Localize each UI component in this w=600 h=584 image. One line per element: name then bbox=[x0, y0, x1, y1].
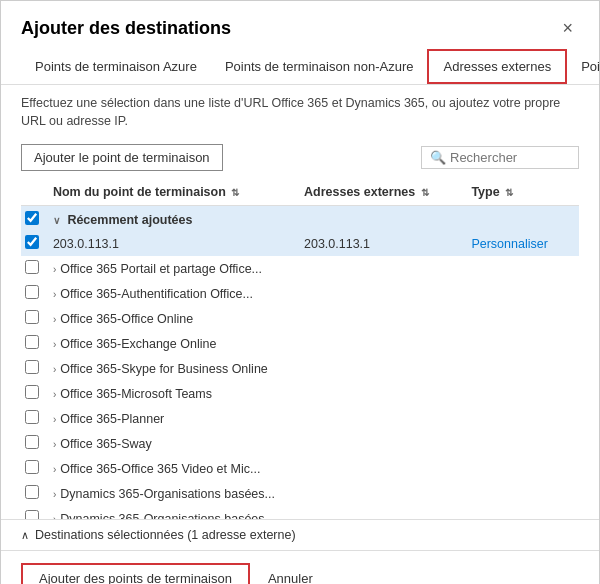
row-addr bbox=[300, 506, 467, 519]
row-check-cell bbox=[21, 331, 49, 356]
chevron-up-icon: ∧ bbox=[21, 529, 29, 542]
row-check-cell bbox=[21, 406, 49, 431]
row-type bbox=[467, 481, 579, 506]
row-checkbox[interactable] bbox=[25, 510, 39, 519]
chevron-right-icon: › bbox=[53, 289, 56, 300]
row-name: 203.0.113.1 bbox=[49, 231, 300, 256]
table-row: ›Office 365-Microsoft Teams bbox=[21, 381, 579, 406]
action-row: Ajouter des points de terminaison Annule… bbox=[1, 550, 599, 584]
row-addr bbox=[300, 381, 467, 406]
table-row: ›Office 365-Sway bbox=[21, 431, 579, 456]
tabs-row: Points de terminaison Azure Points de te… bbox=[1, 49, 599, 85]
close-button[interactable]: × bbox=[556, 17, 579, 39]
row-name: ›Office 365-Office 365 Video et Mic... bbox=[49, 456, 300, 481]
row-check-cell bbox=[21, 481, 49, 506]
row-checkbox[interactable] bbox=[25, 260, 39, 274]
table-row: ›Office 365-Skype for Business Online bbox=[21, 356, 579, 381]
row-type bbox=[467, 381, 579, 406]
col-check-header bbox=[21, 179, 49, 206]
row-type bbox=[467, 431, 579, 456]
add-points-button[interactable]: Ajouter des points de terminaison bbox=[21, 563, 250, 584]
row-checkbox[interactable] bbox=[25, 310, 39, 324]
row-check-cell bbox=[21, 506, 49, 519]
row-checkbox[interactable] bbox=[25, 460, 39, 474]
chevron-right-icon: › bbox=[53, 489, 56, 500]
row-type bbox=[467, 331, 579, 356]
row-addr bbox=[300, 481, 467, 506]
row-name: ›Dynamics 365-Organisations basées... bbox=[49, 506, 300, 519]
chevron-right-icon: › bbox=[53, 439, 56, 450]
table-row: ›Office 365-Exchange Online bbox=[21, 331, 579, 356]
row-check-cell bbox=[21, 281, 49, 306]
row-check-cell bbox=[21, 256, 49, 281]
group-check-cell bbox=[21, 206, 49, 232]
tab-non-azure[interactable]: Points de terminaison non-Azure bbox=[211, 49, 428, 84]
type-link[interactable]: Personnaliser bbox=[471, 237, 547, 251]
table-row: ›Office 365-Authentification Office... bbox=[21, 281, 579, 306]
search-icon: 🔍 bbox=[430, 150, 446, 165]
chevron-right-icon: › bbox=[53, 414, 56, 425]
chevron-right-icon: › bbox=[53, 364, 56, 375]
row-checkbox[interactable] bbox=[25, 485, 39, 499]
row-addr bbox=[300, 431, 467, 456]
row-check-cell bbox=[21, 356, 49, 381]
group-checkbox[interactable] bbox=[25, 211, 39, 225]
row-checkbox[interactable] bbox=[25, 360, 39, 374]
tab-recent[interactable]: Point de terminaison récent bbox=[567, 49, 600, 84]
row-addr bbox=[300, 456, 467, 481]
col-addr-header: Adresses externes ⇅ bbox=[300, 179, 467, 206]
row-checkbox[interactable] bbox=[25, 285, 39, 299]
row-type bbox=[467, 356, 579, 381]
row-name: ›Office 365-Exchange Online bbox=[49, 331, 300, 356]
row-type bbox=[467, 406, 579, 431]
table-container: Nom du point de terminaison ⇅ Adresses e… bbox=[1, 179, 599, 519]
search-input[interactable] bbox=[450, 150, 570, 165]
row-addr bbox=[300, 306, 467, 331]
row-name: ›Office 365-Office Online bbox=[49, 306, 300, 331]
row-check-cell bbox=[21, 231, 49, 256]
endpoints-table: Nom du point de terminaison ⇅ Adresses e… bbox=[21, 179, 579, 519]
row-addr bbox=[300, 406, 467, 431]
row-name: ›Dynamics 365-Organisations basées... bbox=[49, 481, 300, 506]
row-check-cell bbox=[21, 431, 49, 456]
tab-external[interactable]: Adresses externes bbox=[427, 49, 567, 84]
chevron-right-icon: › bbox=[53, 339, 56, 350]
row-name: ›Office 365-Authentification Office... bbox=[49, 281, 300, 306]
row-checkbox[interactable] bbox=[25, 385, 39, 399]
row-checkbox[interactable] bbox=[25, 410, 39, 424]
dialog-header: Ajouter des destinations × bbox=[1, 1, 599, 49]
row-checkbox[interactable] bbox=[25, 335, 39, 349]
chevron-right-icon: › bbox=[53, 389, 56, 400]
row-check-cell bbox=[21, 381, 49, 406]
tab-azure[interactable]: Points de terminaison Azure bbox=[21, 49, 211, 84]
row-name: ›Office 365-Skype for Business Online bbox=[49, 356, 300, 381]
row-addr bbox=[300, 331, 467, 356]
row-name: ›Office 365 Portail et partage Office... bbox=[49, 256, 300, 281]
sort-addr-icon[interactable]: ⇅ bbox=[421, 187, 429, 198]
row-type bbox=[467, 281, 579, 306]
add-endpoint-button[interactable]: Ajouter le point de terminaison bbox=[21, 144, 223, 171]
sort-name-icon[interactable]: ⇅ bbox=[231, 187, 239, 198]
row-addr bbox=[300, 281, 467, 306]
row-checkbox[interactable] bbox=[25, 435, 39, 449]
row-check-cell bbox=[21, 456, 49, 481]
col-name-header: Nom du point de terminaison ⇅ bbox=[49, 179, 300, 206]
col-type-header: Type ⇅ bbox=[467, 179, 579, 206]
chevron-down-icon: ∨ bbox=[53, 215, 60, 226]
row-type: Personnaliser bbox=[467, 231, 579, 256]
sort-type-icon[interactable]: ⇅ bbox=[505, 187, 513, 198]
row-addr bbox=[300, 256, 467, 281]
dialog: Ajouter des destinations × Points de ter… bbox=[0, 0, 600, 584]
row-type bbox=[467, 306, 579, 331]
dialog-title: Ajouter des destinations bbox=[21, 18, 231, 39]
table-row: ›Dynamics 365-Organisations basées... bbox=[21, 481, 579, 506]
row-checkbox[interactable] bbox=[25, 235, 39, 249]
row-name: ›Office 365-Planner bbox=[49, 406, 300, 431]
group-label: ∨ Récemment ajoutées bbox=[49, 206, 579, 232]
chevron-right-icon: › bbox=[53, 314, 56, 325]
row-name: ›Office 365-Microsoft Teams bbox=[49, 381, 300, 406]
destinations-footer[interactable]: ∧ Destinations sélectionnées (1 adresse … bbox=[1, 519, 599, 550]
table-row: ›Office 365-Office Online bbox=[21, 306, 579, 331]
cancel-button[interactable]: Annuler bbox=[260, 565, 321, 584]
row-addr: 203.0.113.1 bbox=[300, 231, 467, 256]
